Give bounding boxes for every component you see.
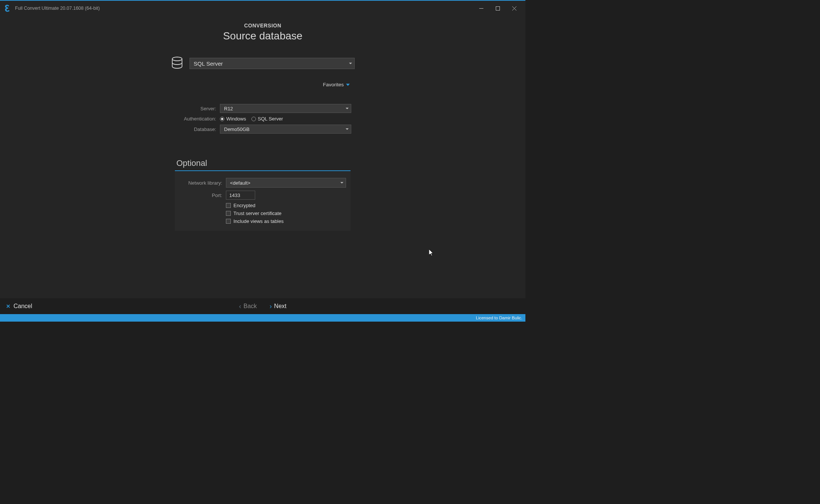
step-label: CONVERSION [244, 23, 281, 29]
app-window: Full Convert Ultimate 20.07.1608 (64-bit… [0, 0, 525, 322]
divider [175, 170, 351, 171]
database-type-row: SQL Server [171, 56, 355, 71]
favorites-label: Favorites [323, 82, 344, 87]
checkbox-icon [226, 203, 231, 208]
checkbox-icon [226, 211, 231, 216]
favorites-dropdown[interactable]: Favorites [323, 82, 350, 87]
auth-radio-group: Windows SQL Server [220, 116, 283, 122]
svg-point-1 [172, 57, 182, 61]
port-input[interactable] [226, 191, 255, 200]
window-title: Full Convert Ultimate 20.07.1608 (64-bit… [15, 6, 100, 11]
database-label: Database: [173, 126, 220, 132]
close-button[interactable] [506, 3, 522, 14]
include-views-checkbox[interactable]: Include views as tables [226, 218, 348, 224]
maximize-button[interactable] [489, 3, 506, 14]
server-label: Server: [173, 106, 220, 111]
auth-windows-label: Windows [226, 116, 246, 122]
netlib-value: <default> [230, 180, 250, 186]
chevron-down-icon [346, 108, 349, 109]
chevron-down-icon [346, 128, 349, 130]
connection-form: Server: R12 Authentication: Windows SQL … [173, 104, 353, 137]
cancel-label: Cancel [14, 303, 32, 310]
include-views-label: Include views as tables [233, 218, 284, 224]
optional-title: Optional [175, 158, 351, 170]
netlib-select[interactable]: <default> [226, 178, 346, 188]
chevron-left-icon: ‹ [239, 302, 241, 310]
svg-rect-0 [496, 6, 500, 10]
app-logo-icon [3, 4, 11, 12]
content: CONVERSION Source database SQL Server Fa… [0, 16, 525, 298]
database-icon [171, 56, 184, 71]
chevron-down-icon [340, 182, 343, 184]
checkbox-icon [226, 219, 231, 224]
encrypted-checkbox[interactable]: Encrypted [226, 203, 348, 208]
auth-windows-radio[interactable]: Windows [220, 116, 246, 122]
optional-section: Optional Network library: <default> Port… [175, 158, 351, 231]
license-text: Licensed to Damir Bulic. [476, 316, 522, 320]
auth-sqlserver-label: SQL Server [258, 116, 283, 122]
trust-cert-checkbox[interactable]: Trust server certificate [226, 211, 348, 216]
auth-sqlserver-radio[interactable]: SQL Server [251, 116, 283, 122]
radio-icon [251, 117, 256, 121]
netlib-label: Network library: [175, 180, 226, 186]
chevron-down-icon [349, 63, 352, 64]
database-value: Demo50GB [224, 126, 250, 132]
database-select[interactable]: Demo50GB [220, 125, 351, 134]
cancel-button[interactable]: ✕ Cancel [6, 303, 32, 310]
statusbar: Licensed to Damir Bulic. [0, 314, 525, 322]
port-label: Port: [175, 193, 226, 198]
database-type-value: SQL Server [194, 60, 223, 67]
next-button[interactable]: › Next [269, 302, 286, 310]
database-type-select[interactable]: SQL Server [190, 58, 355, 69]
trust-cert-label: Trust server certificate [233, 211, 281, 216]
page-title: Source database [223, 30, 302, 42]
back-button[interactable]: ‹ Back [239, 302, 257, 310]
encrypted-label: Encrypted [233, 203, 256, 208]
close-icon: ✕ [6, 303, 11, 309]
footer: ✕ Cancel ‹ Back › Next [0, 298, 525, 314]
server-select[interactable]: R12 [220, 104, 351, 113]
radio-icon [220, 117, 224, 121]
titlebar: Full Convert Ultimate 20.07.1608 (64-bit… [0, 1, 525, 16]
window-controls [473, 3, 522, 14]
minimize-button[interactable] [473, 3, 489, 14]
next-label: Next [274, 303, 286, 310]
chevron-down-icon [346, 84, 350, 86]
chevron-right-icon: › [269, 302, 272, 310]
server-value: R12 [224, 106, 233, 111]
back-label: Back [244, 303, 257, 310]
auth-label: Authentication: [173, 116, 220, 122]
